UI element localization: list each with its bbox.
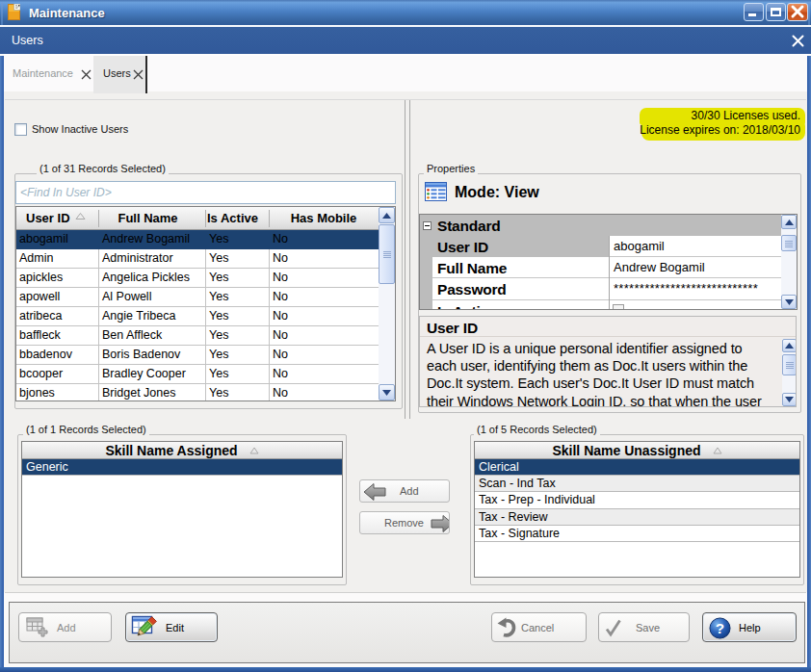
svg-text:?: ? [716, 620, 724, 636]
